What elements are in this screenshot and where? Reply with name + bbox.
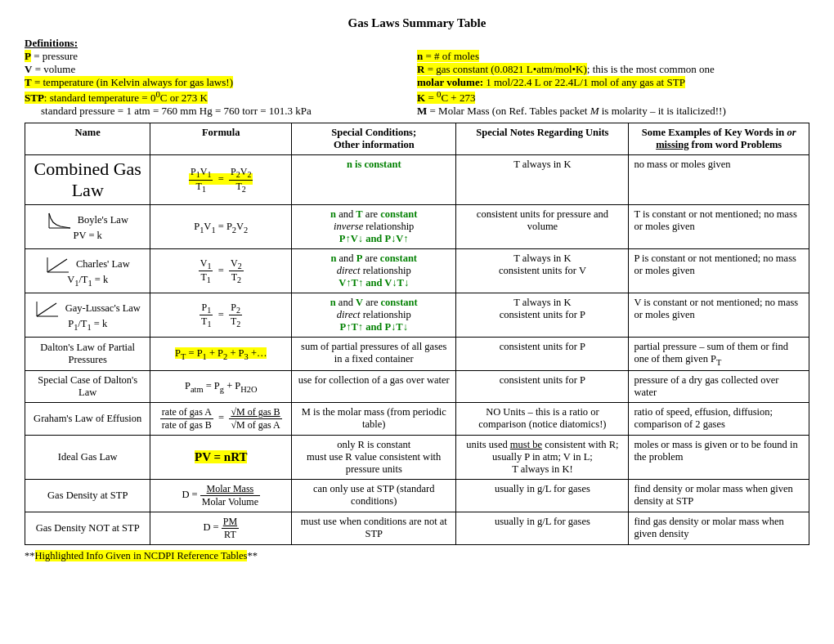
dalton-conditions: sum of partial pressures of all gases in… [292,338,456,371]
ideal-gas-law-name: Ideal Gas Law [25,435,150,479]
footnote: **Highlighted Info Given in NCDPI Refere… [25,550,809,562]
dalton-law-name: Dalton's Law of Partial Pressures [25,338,150,371]
table-row: Gay-Lussac's LawP1/T1 = k P1T1 = P2T2 n … [25,293,809,338]
density-not-stp-name: Gas Density NOT at STP [25,512,150,544]
combined-notes: T always in K [456,155,629,205]
density-stp-formula: D = Molar MassMolar Volume [150,479,292,512]
dalton-special-notes: consistent units for P [456,370,629,402]
boyles-examples: T is constant or not mentioned; no mass … [629,205,809,249]
table-row: Boyle's LawPV = k P1V1 = P2V2 n and T ar… [25,205,809,249]
gaylussac-examples: V is constant or not mentioned; no mass … [629,293,809,338]
svg-line-2 [47,259,67,272]
header-name: Name [25,123,150,155]
dalton-special-formula: Patm = Pg + PH2O [150,370,292,402]
graham-law-name: Graham's Law of Effusion [25,402,150,435]
combined-examples: no mass or moles given [629,155,809,205]
gaylussac-formula: P1T1 = P2T2 [150,293,292,338]
header-formula: Formula [150,123,292,155]
graham-conditions: M is the molar mass (from periodic table… [292,402,456,435]
dalton-examples: partial pressure – sum of them or find o… [629,338,809,371]
density-not-stp-formula: D = PMRT [150,512,292,544]
ideal-conditions: only R is constantmust use R value consi… [292,435,456,479]
definitions-section: Definitions: P = pressure V = volume T =… [25,37,809,118]
boyles-formula: P1V1 = P2V2 [150,205,292,249]
table-row: Special Case of Dalton's Law Patm = Pg +… [25,370,809,402]
svg-line-5 [37,303,56,316]
density-not-stp-conditions: must use when conditions are not at STP [292,512,456,544]
boyles-conditions: n and T are constant inverse relationshi… [292,205,456,249]
definitions-label: Definitions: [25,37,78,49]
table-row: Ideal Gas Law PV = nRT only R is constan… [25,435,809,479]
header-conditions: Special Conditions;Other information [292,123,456,155]
density-stp-notes: usually in g/L for gases [456,479,629,512]
page-title: Gas Laws Summary Table [25,16,809,30]
table-row: Charles' LawV1/T1 = k V1T1 = V2T2 n and … [25,249,809,293]
boyles-notes: consistent units for pressure and volume [456,205,629,249]
density-not-stp-examples: find gas density or molar mass when give… [629,512,809,544]
header-notes: Special Notes Regarding Units [456,123,629,155]
dalton-special-examples: pressure of a dry gas collected over wat… [629,370,809,402]
charles-notes: T always in Kconsistent units for V [456,249,629,293]
charles-examples: P is constant or not mentioned; no mass … [629,249,809,293]
combined-conditions: n is constant [292,155,456,205]
ideal-formula: PV = nRT [150,435,292,479]
charles-formula: V1T1 = V2T2 [150,249,292,293]
dalton-notes: consistent units for P [456,338,629,371]
gaylussac-law-name: Gay-Lussac's LawP1/T1 = k [25,293,150,338]
ideal-examples: moles or mass is given or to be found in… [629,435,809,479]
charles-law-name: Charles' LawV1/T1 = k [25,249,150,293]
graham-formula: rate of gas Arate of gas B = √M of gas B… [150,402,292,435]
table-row: Graham's Law of Effusion rate of gas Ara… [25,402,809,435]
graham-examples: ratio of speed, effusion, diffusion; com… [629,402,809,435]
dalton-formula: PT = P1 + P2 + P3 +… [150,338,292,371]
header-examples: Some Examples of Key Words in or missing… [629,123,809,155]
ideal-notes: units used must be consistent with R;usu… [456,435,629,479]
dalton-special-name: Special Case of Dalton's Law [25,370,150,402]
table-row: Gas Density at STP D = Molar MassMolar V… [25,479,809,512]
combined-formula: P1V1T1 = P2V2T2 [150,155,292,205]
density-stp-conditions: can only use at STP (standard conditions… [292,479,456,512]
table-row: Dalton's Law of Partial Pressures PT = P… [25,338,809,371]
charles-conditions: n and P are constant direct relationship… [292,249,456,293]
gas-laws-table: Name Formula Special Conditions;Other in… [25,123,809,545]
table-row: Combined Gas Law P1V1T1 = P2V2T2 n is co… [25,155,809,205]
combined-gas-law-name: Combined Gas Law [25,155,150,205]
boyles-law-name: Boyle's LawPV = k [25,205,150,249]
gaylussac-notes: T always in Kconsistent units for P [456,293,629,338]
table-row: Gas Density NOT at STP D = PMRT must use… [25,512,809,544]
dalton-special-conditions: use for collection of a gas over water [292,370,456,402]
density-stp-name: Gas Density at STP [25,479,150,512]
density-not-stp-notes: usually in g/L for gases [456,512,629,544]
graham-notes: NO Units – this is a ratio or comparison… [456,402,629,435]
gaylussac-conditions: n and V are constant direct relationship… [292,293,456,338]
density-stp-examples: find density or molar mass when given de… [629,479,809,512]
